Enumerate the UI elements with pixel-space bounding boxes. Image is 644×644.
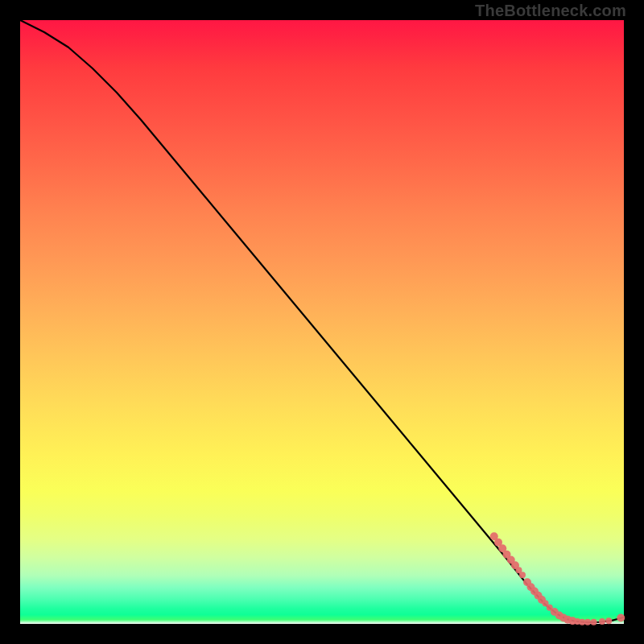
curve-line bbox=[20, 20, 624, 622]
scatter-dots bbox=[490, 532, 625, 625]
svg-point-24 bbox=[599, 618, 605, 625]
svg-point-26 bbox=[617, 614, 625, 622]
svg-point-23 bbox=[591, 619, 597, 625]
svg-point-7 bbox=[519, 572, 526, 578]
watermark-text: TheBottleneck.com bbox=[475, 2, 626, 20]
svg-point-22 bbox=[584, 619, 591, 625]
svg-point-25 bbox=[605, 617, 612, 624]
chart-frame: TheBottleneck.com bbox=[0, 0, 644, 644]
chart-overlay bbox=[20, 20, 624, 624]
